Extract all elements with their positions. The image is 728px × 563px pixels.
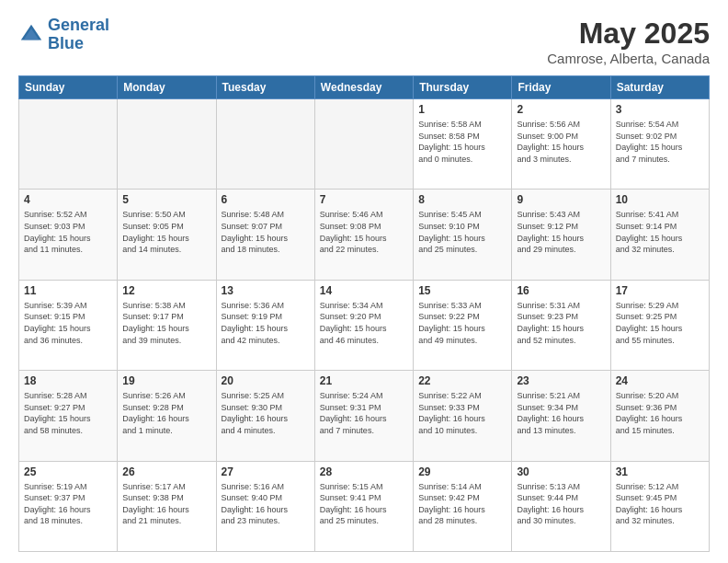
calendar-day-cell: 2Sunrise: 5:56 AM Sunset: 9:00 PM Daylig… [512, 99, 610, 190]
day-number: 17 [616, 284, 704, 297]
day-number: 18 [24, 374, 112, 387]
calendar-day-cell: 23Sunrise: 5:21 AM Sunset: 9:34 PM Dayli… [512, 371, 610, 461]
day-info: Sunrise: 5:12 AM Sunset: 9:45 PM Dayligh… [616, 481, 704, 527]
calendar-day-cell: 3Sunrise: 5:54 AM Sunset: 9:02 PM Daylig… [610, 99, 709, 190]
day-info: Sunrise: 5:17 AM Sunset: 9:38 PM Dayligh… [122, 481, 210, 527]
day-number: 5 [122, 193, 210, 206]
calendar-day-cell: 4Sunrise: 5:52 AM Sunset: 9:03 PM Daylig… [19, 190, 118, 280]
calendar-day-cell: 22Sunrise: 5:22 AM Sunset: 9:33 PM Dayli… [414, 371, 512, 461]
calendar-week-row: 25Sunrise: 5:19 AM Sunset: 9:37 PM Dayli… [19, 461, 710, 551]
day-number: 27 [222, 465, 310, 478]
calendar-day-cell: 6Sunrise: 5:48 AM Sunset: 9:07 PM Daylig… [216, 190, 314, 280]
calendar-day-cell: 25Sunrise: 5:19 AM Sunset: 9:37 PM Dayli… [19, 461, 118, 551]
calendar-week-row: 4Sunrise: 5:52 AM Sunset: 9:03 PM Daylig… [19, 190, 710, 280]
day-info: Sunrise: 5:41 AM Sunset: 9:14 PM Dayligh… [616, 209, 704, 255]
day-info: Sunrise: 5:43 AM Sunset: 9:12 PM Dayligh… [517, 209, 605, 255]
page: General Blue May 2025 Camrose, Alberta, … [0, 0, 728, 563]
day-number: 29 [418, 465, 506, 478]
day-info: Sunrise: 5:38 AM Sunset: 9:17 PM Dayligh… [122, 300, 210, 346]
calendar-day-cell: 11Sunrise: 5:39 AM Sunset: 9:15 PM Dayli… [19, 280, 118, 370]
day-info: Sunrise: 5:21 AM Sunset: 9:34 PM Dayligh… [517, 390, 605, 436]
calendar-day-cell: 16Sunrise: 5:31 AM Sunset: 9:23 PM Dayli… [512, 280, 610, 370]
day-info: Sunrise: 5:20 AM Sunset: 9:36 PM Dayligh… [616, 390, 704, 436]
day-number: 20 [222, 374, 310, 387]
header: General Blue May 2025 Camrose, Alberta, … [18, 17, 710, 66]
day-number: 21 [320, 374, 408, 387]
calendar-day-cell [216, 99, 314, 190]
calendar-day-cell: 18Sunrise: 5:28 AM Sunset: 9:27 PM Dayli… [19, 371, 118, 461]
day-number: 13 [222, 284, 310, 297]
day-info: Sunrise: 5:29 AM Sunset: 9:25 PM Dayligh… [616, 300, 704, 346]
calendar-day-header: Saturday [610, 76, 709, 99]
calendar-day-cell [314, 99, 413, 190]
calendar-day-cell: 13Sunrise: 5:36 AM Sunset: 9:19 PM Dayli… [216, 280, 314, 370]
calendar-day-header: Tuesday [216, 76, 314, 99]
calendar-day-cell: 12Sunrise: 5:38 AM Sunset: 9:17 PM Dayli… [118, 280, 216, 370]
day-info: Sunrise: 5:15 AM Sunset: 9:41 PM Dayligh… [320, 481, 408, 527]
day-info: Sunrise: 5:33 AM Sunset: 9:22 PM Dayligh… [418, 300, 506, 346]
calendar-day-cell: 30Sunrise: 5:13 AM Sunset: 9:44 PM Dayli… [512, 461, 610, 551]
day-number: 25 [24, 465, 112, 478]
day-number: 14 [320, 284, 408, 297]
calendar-week-row: 18Sunrise: 5:28 AM Sunset: 9:27 PM Dayli… [19, 371, 710, 461]
day-number: 8 [418, 193, 506, 206]
day-number: 26 [122, 465, 210, 478]
day-number: 22 [418, 374, 506, 387]
calendar-day-cell: 28Sunrise: 5:15 AM Sunset: 9:41 PM Dayli… [314, 461, 413, 551]
main-title: May 2025 [547, 17, 710, 51]
day-number: 3 [616, 103, 704, 116]
day-info: Sunrise: 5:28 AM Sunset: 9:27 PM Dayligh… [24, 390, 112, 436]
day-info: Sunrise: 5:36 AM Sunset: 9:19 PM Dayligh… [222, 300, 310, 346]
logo: General Blue [18, 17, 109, 53]
day-number: 1 [418, 103, 506, 116]
day-number: 24 [616, 374, 704, 387]
calendar-day-cell: 5Sunrise: 5:50 AM Sunset: 9:05 PM Daylig… [118, 190, 216, 280]
day-info: Sunrise: 5:52 AM Sunset: 9:03 PM Dayligh… [24, 209, 112, 255]
calendar-day-header: Sunday [19, 76, 118, 99]
day-number: 16 [517, 284, 605, 297]
calendar-day-cell: 29Sunrise: 5:14 AM Sunset: 9:42 PM Dayli… [414, 461, 512, 551]
day-number: 30 [517, 465, 605, 478]
calendar-day-cell: 17Sunrise: 5:29 AM Sunset: 9:25 PM Dayli… [610, 280, 709, 370]
day-info: Sunrise: 5:39 AM Sunset: 9:15 PM Dayligh… [24, 300, 112, 346]
day-number: 11 [24, 284, 112, 297]
day-number: 9 [517, 193, 605, 206]
title-block: May 2025 Camrose, Alberta, Canada [547, 17, 710, 66]
day-number: 15 [418, 284, 506, 297]
day-number: 4 [24, 193, 112, 206]
calendar-day-cell: 26Sunrise: 5:17 AM Sunset: 9:38 PM Dayli… [118, 461, 216, 551]
calendar-day-cell [118, 99, 216, 190]
calendar-day-cell [19, 99, 118, 190]
calendar-day-cell: 27Sunrise: 5:16 AM Sunset: 9:40 PM Dayli… [216, 461, 314, 551]
calendar-body: 1Sunrise: 5:58 AM Sunset: 8:58 PM Daylig… [19, 99, 710, 552]
day-info: Sunrise: 5:16 AM Sunset: 9:40 PM Dayligh… [222, 481, 310, 527]
day-number: 7 [320, 193, 408, 206]
day-info: Sunrise: 5:45 AM Sunset: 9:10 PM Dayligh… [418, 209, 506, 255]
day-info: Sunrise: 5:31 AM Sunset: 9:23 PM Dayligh… [517, 300, 605, 346]
calendar-day-cell: 7Sunrise: 5:46 AM Sunset: 9:08 PM Daylig… [314, 190, 413, 280]
day-number: 23 [517, 374, 605, 387]
calendar-day-cell: 14Sunrise: 5:34 AM Sunset: 9:20 PM Dayli… [314, 280, 413, 370]
day-info: Sunrise: 5:26 AM Sunset: 9:28 PM Dayligh… [122, 390, 210, 436]
day-info: Sunrise: 5:58 AM Sunset: 8:58 PM Dayligh… [418, 119, 506, 165]
calendar-day-cell: 31Sunrise: 5:12 AM Sunset: 9:45 PM Dayli… [610, 461, 709, 551]
calendar-day-header: Monday [118, 76, 216, 99]
calendar-day-header: Friday [512, 76, 610, 99]
logo-text: General Blue [48, 17, 109, 53]
day-info: Sunrise: 5:50 AM Sunset: 9:05 PM Dayligh… [122, 209, 210, 255]
day-number: 12 [122, 284, 210, 297]
day-number: 2 [517, 103, 605, 116]
calendar-day-cell: 10Sunrise: 5:41 AM Sunset: 9:14 PM Dayli… [610, 190, 709, 280]
calendar-day-header: Thursday [414, 76, 512, 99]
calendar-header-row: SundayMondayTuesdayWednesdayThursdayFrid… [19, 76, 710, 99]
day-info: Sunrise: 5:46 AM Sunset: 9:08 PM Dayligh… [320, 209, 408, 255]
calendar-day-header: Wednesday [314, 76, 413, 99]
day-info: Sunrise: 5:25 AM Sunset: 9:30 PM Dayligh… [222, 390, 310, 436]
calendar-day-cell: 9Sunrise: 5:43 AM Sunset: 9:12 PM Daylig… [512, 190, 610, 280]
calendar-day-cell: 1Sunrise: 5:58 AM Sunset: 8:58 PM Daylig… [414, 99, 512, 190]
logo-icon [18, 22, 44, 48]
calendar-day-cell: 19Sunrise: 5:26 AM Sunset: 9:28 PM Dayli… [118, 371, 216, 461]
calendar-day-cell: 15Sunrise: 5:33 AM Sunset: 9:22 PM Dayli… [414, 280, 512, 370]
calendar-day-cell: 20Sunrise: 5:25 AM Sunset: 9:30 PM Dayli… [216, 371, 314, 461]
calendar-week-row: 11Sunrise: 5:39 AM Sunset: 9:15 PM Dayli… [19, 280, 710, 370]
